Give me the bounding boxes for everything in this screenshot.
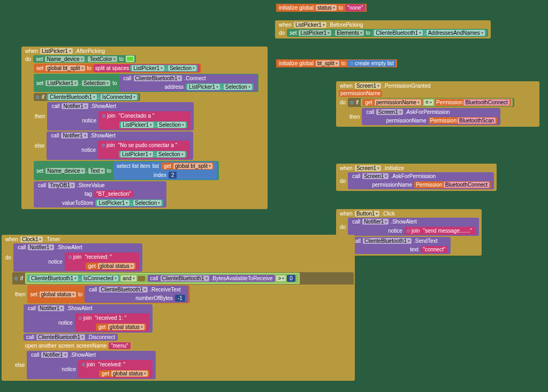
set-textcolor[interactable]: setName_device.TextColorto [33, 55, 136, 63]
call-showalert-6[interactable]: callNotifier1.ShowAlert notice ⚙join"rec… [27, 351, 156, 379]
evt-afterpicking[interactable]: whenListPicker1.AfterPicking do setName_… [21, 47, 268, 209]
perm-btconnect[interactable]: PermissionBluetoothConnect [435, 99, 511, 106]
str-none[interactable]: "none" [345, 4, 365, 11]
set-text[interactable]: setName_device.Textto select list itemli… [34, 161, 219, 180]
join-6[interactable]: ⚙join"received: " getglobal status [78, 360, 153, 378]
set-btsplit[interactable]: setglobal bt_splitto split at spaces Lis… [34, 64, 201, 73]
set-elements[interactable]: setListPicker1.Elementsto ClienteBluetoo… [287, 29, 488, 37]
set-status[interactable]: setglobal statusto callClienteBluetooth1… [27, 285, 189, 303]
arg-permname[interactable]: permissionName [339, 90, 382, 97]
cond-eq[interactable]: getpermissionName = PermissionBluetoothC… [361, 98, 513, 106]
kw-initglobal: initialize global [278, 5, 315, 11]
call-showalert-1[interactable]: callNotifier1.ShowAlert notice ⚙join"Con… [47, 102, 194, 130]
color-lime[interactable] [126, 56, 134, 62]
set-selection[interactable]: setListPicker1.Selectionto callClienteBl… [34, 74, 258, 92]
evt-timer[interactable]: whenClock1.Timer do callNotifier1.ShowAl… [2, 235, 355, 381]
cond-gt[interactable]: callClienteBluetooth1.BytesAvailableToRe… [146, 274, 297, 282]
cond-and[interactable]: ClienteBluetooth1.IsConnected and callCl… [25, 273, 300, 284]
perm-btscan[interactable]: PermissionBluetoothScan [429, 117, 498, 124]
kw-to: to [338, 5, 344, 11]
get-isconnected[interactable]: ClienteBluetooth1.IsConnected [47, 94, 139, 101]
join-1[interactable]: ⚙join"Conectado a " ListPicker1.Selectio… [98, 111, 191, 129]
call-showalert-3[interactable]: callNotifier1.ShowAlert notice ⚙join"sen… [348, 218, 479, 236]
call-storevalue[interactable]: callTinyDB1.StoreValue tag"BT_selection"… [34, 181, 166, 207]
open-another-screen[interactable]: open another screenscreenName"menu" [24, 342, 132, 350]
call-disconnect[interactable]: callClienteBluetooth1.Disconnect [24, 334, 118, 341]
call-askperm-scan[interactable]: callScreen1.AskForPermission permissionN… [362, 108, 500, 125]
evt-beforepicking[interactable]: whenListPicker1.BeforePicking do setList… [275, 20, 491, 39]
if-bytes[interactable]: ⚙if ClienteBluetooth1.IsConnected and ca… [12, 272, 354, 285]
if-connected[interactable]: ⚙if ClienteBluetooth1.IsConnected [34, 93, 140, 101]
evt-buttonclick[interactable]: whenButton1.Click do callNotifier1.ShowA… [336, 209, 482, 256]
join-4[interactable]: ⚙join"received: " getglobal status [65, 252, 139, 271]
evt-initialize[interactable]: whenScreen1.Initialize do callScreen1.As… [336, 164, 497, 191]
call-askperm-conn[interactable]: callScreen1.AskForPermission permissionN… [348, 172, 494, 189]
join-5[interactable]: ⚙join"received 1: " getglobal status [75, 313, 149, 332]
join-2[interactable]: ⚙join"No se pudo conectar a " ListPicker… [98, 141, 190, 159]
select-list-item[interactable]: select list itemlist getglobal bt_split … [113, 162, 217, 180]
call-showalert-4[interactable]: callNotifier1.ShowAlert notice ⚙join"rec… [13, 243, 142, 272]
init-global-btsplit[interactable]: initialize global bt_split to ⚙create em… [276, 59, 397, 67]
call-connect[interactable]: callClienteBluetooth1.Connect address Li… [119, 74, 257, 91]
join-3[interactable]: ⚙join"send message......." [405, 227, 476, 235]
call-showalert-5[interactable]: callNotifier1.ShowAlert notice ⚙join"rec… [24, 304, 153, 333]
create-empty-list[interactable]: ⚙create empty list [348, 60, 395, 67]
call-receivetext[interactable]: callClienteBluetooth1.ReceiveText number… [85, 286, 188, 303]
call-sendtext[interactable]: callClienteBluetooth1.SendText text"conn… [348, 237, 451, 254]
empty-slot[interactable] [138, 276, 145, 281]
call-showalert-2[interactable]: callNotifier1.ShowAlert notice ⚙join"No … [47, 132, 193, 160]
if-perm[interactable]: ⚙if getpermissionName = PermissionBlueto… [348, 98, 514, 107]
evt-permgranted[interactable]: whenScreen1.PermissionGranted permission… [336, 81, 539, 127]
init-global-status[interactable]: initialize global status to "none" [276, 4, 367, 12]
var-status[interactable]: status [316, 5, 337, 11]
split-at-spaces[interactable]: split at spaces ListPicker1.Selection [94, 64, 200, 72]
perm-btconnect-2[interactable]: PermissionBluetoothConnect [414, 181, 491, 188]
